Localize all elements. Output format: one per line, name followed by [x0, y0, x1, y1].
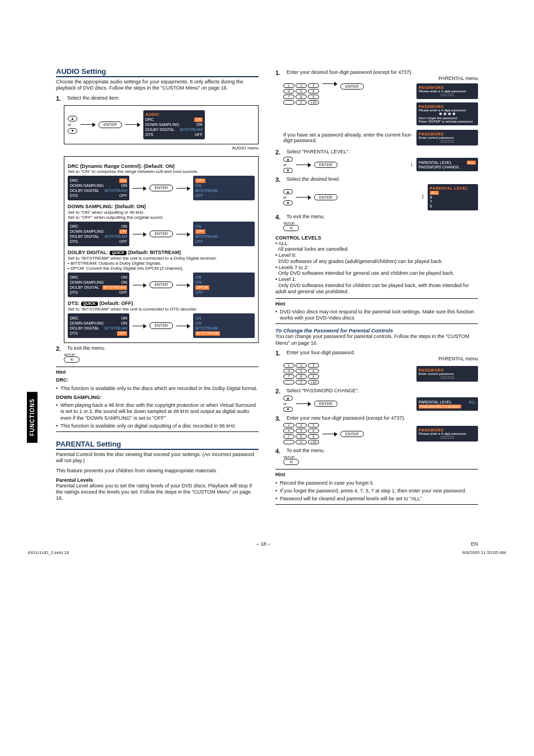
step-number: 1. — [275, 69, 283, 82]
quick-chip: QUICK — [81, 302, 99, 306]
audio-setting-heading: AUDIO Setting — [56, 67, 259, 77]
osd-level-select: PARENTAL LEVEL ALL 8 7 6 — [428, 184, 478, 210]
hint-ds1: When playing back a 96 kHz disc with the… — [56, 402, 259, 421]
downsampling-title: DOWN SAMPLING: (Default: ON) — [68, 204, 255, 209]
step-number: 1. — [275, 350, 283, 363]
setup-label: SETUP — [283, 456, 478, 459]
setup-button[interactable]: ⟲ — [64, 356, 79, 363]
page-number: – 18 – — [256, 541, 270, 547]
step-text: To exit the menu. — [67, 345, 259, 352]
step-number: 4. — [275, 214, 283, 220]
hint2-b3: Password will be cleared and parental le… — [275, 496, 478, 502]
parental-menu-caption: PARENTAL menu — [287, 356, 478, 362]
up-button[interactable]: ▲ — [283, 189, 293, 194]
down-button[interactable]: ▼ — [68, 128, 77, 134]
r-step3: Select the desired level. — [287, 176, 478, 183]
parental-setting-heading: PARENTAL Setting — [56, 440, 259, 450]
up-button[interactable]: ▲ — [68, 116, 77, 121]
setup-label: SETUP — [283, 222, 478, 225]
or-label: or — [68, 123, 77, 127]
osd-left: DRCON DOWN SAMPLINGON DOLBY DIGITALBITST… — [68, 222, 129, 246]
arrow-icon — [133, 188, 146, 189]
quick-chip: QUICK — [110, 251, 127, 255]
down-button[interactable]: ▼ — [283, 168, 293, 173]
enter-button[interactable]: ENTER — [149, 322, 173, 329]
hint-drc-label: DRC: — [56, 377, 259, 383]
up-button[interactable]: ▲ — [283, 396, 293, 401]
step-number: 1. — [56, 95, 64, 102]
enter-button[interactable]: ENTER — [149, 281, 173, 288]
osd-right: OFF ON BITSTREAM OFF — [193, 176, 255, 200]
enter-button[interactable]: ENTER — [99, 121, 122, 128]
step-number: 4. — [275, 448, 283, 454]
osd-right: ON ON DPCM OFF — [193, 273, 255, 297]
keypad[interactable]: 123 456 789 0+10 — [283, 423, 319, 444]
keypad[interactable]: 123 456 789 0+10 — [283, 363, 319, 384]
c-step4: To exit the menu. — [287, 448, 478, 454]
drc-body: Set to "ON" to compress the range betwee… — [68, 169, 255, 174]
down-arrow-icon: ↓ — [410, 162, 413, 167]
osd-right: ON ON BITSTREAM BITSTREAM — [193, 313, 255, 338]
setup-label: SETUP — [64, 353, 259, 356]
dolby-b2: • DPCM: Convert the Dolby Digital into D… — [68, 266, 255, 271]
arrow-icon — [81, 124, 95, 125]
change-intro: You can change your password for parenta… — [275, 334, 478, 346]
audio-main-diagram: ▲ or ▼ ENTER AUDIO DRCON DOWN SAMPLINGON… — [64, 105, 259, 144]
hint-drc-body: This function is available only to the d… — [56, 386, 259, 392]
step-number: 2. — [275, 388, 283, 395]
down-button[interactable]: ▼ — [283, 407, 293, 412]
step-number: 3. — [275, 415, 283, 422]
down-button[interactable]: ▼ — [283, 200, 293, 205]
control-levels-head: CONTROL LEVELS — [275, 235, 478, 241]
up-button[interactable]: ▲ — [283, 157, 293, 162]
osd-new-password: PASSWORD Please enter a 4-digit password… — [416, 426, 478, 442]
hint-box-audio: Hint DRC: This function is available onl… — [56, 367, 259, 432]
print-timestamp: 8/8/2005 11:53:05 AM — [462, 550, 506, 555]
arrow-icon — [296, 165, 311, 165]
or-label: or — [283, 163, 293, 167]
audio-menu-caption: AUDIO menu — [64, 145, 259, 151]
parental-intro2: This feature prevents your children from… — [56, 468, 259, 474]
hint2-b1: Record the password in case you forget i… — [275, 480, 478, 486]
set-pw-note: If you have set a password already, ente… — [283, 132, 413, 143]
downsampling-body1: Set to "ON" when outputting in 48 kHz. — [68, 210, 255, 215]
osd-pwchange-menu: PARENTAL LEVELALL PASSWORD CHANGE — [416, 397, 478, 411]
enter-button[interactable]: ENTER — [340, 83, 364, 90]
parental-levels-body: Parental Level allows you to set the rat… — [56, 483, 259, 502]
osd-level-menu: PARENTAL LEVELALL PASSWORD CHANGE — [416, 158, 478, 171]
enter-button[interactable]: ENTER — [314, 194, 338, 200]
c-step3: Enter your new four-digit password (exce… — [287, 415, 478, 422]
or-label: or — [283, 195, 293, 199]
arrow-icon — [296, 403, 311, 404]
hint1-body: DVD-Video discs may not respond to the p… — [275, 309, 478, 322]
page-lang: EN — [471, 541, 478, 547]
updown-arrow-icon: ↕ — [421, 194, 424, 200]
enter-button[interactable]: ENTER — [149, 231, 173, 237]
setup-button[interactable]: ⟲ — [283, 459, 299, 465]
enter-button[interactable]: ENTER — [340, 431, 364, 437]
enter-button[interactable]: ENTER — [314, 162, 338, 168]
step-text: Select the desired item. — [67, 95, 259, 102]
audio-intro: Choose the appropriate audio settings fo… — [56, 79, 259, 92]
step-number: 2. — [56, 345, 64, 352]
enter-button[interactable]: ENTER — [149, 185, 173, 191]
arrow-icon — [125, 124, 140, 125]
dolby-b1: • BITSTREAM: Outputs a Dolby Digital Sig… — [68, 261, 255, 266]
control-levels-list: • ALL: All parental locks are cancelled.… — [275, 241, 478, 295]
hint2-b2: If you forget the password, press 4, 7, … — [275, 488, 478, 494]
setup-button[interactable]: ⟲ — [283, 225, 299, 231]
arrow-icon — [176, 188, 190, 189]
osd-left: DRCON DOWN SAMPLINGON DOLBY DIGITALBITST… — [68, 313, 129, 338]
hint-box-parental1: Hint DVD-Video discs may not respond to … — [275, 298, 478, 325]
step-number: 3. — [275, 176, 283, 183]
arrow-icon — [133, 326, 146, 326]
keypad[interactable]: 123 456 789 0+10 — [283, 83, 319, 105]
step-number: 2. — [275, 149, 283, 156]
left-column: AUDIO Setting Choose the appropriate aud… — [56, 67, 259, 505]
osd-password-current: PASSWORD Enter current password. □ □ □ □ — [416, 366, 478, 382]
dts-title: DTS: QUICK (Default: OFF) — [68, 300, 255, 306]
enter-button[interactable]: ENTER — [314, 401, 338, 407]
change-password-heading: To Change the Password for Parental Cont… — [275, 327, 478, 334]
arrow-icon — [133, 285, 146, 285]
dolby-body: Set to "BITSTREAM" when the unit is conn… — [68, 256, 255, 261]
